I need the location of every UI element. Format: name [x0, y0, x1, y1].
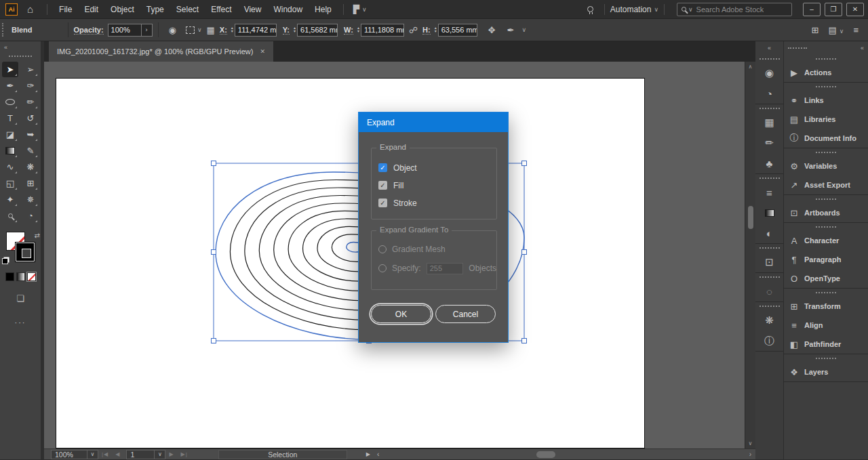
checkbox-row-stroke[interactable]: ✓Stroke — [372, 194, 496, 211]
rotate-tool[interactable]: ↺ — [22, 110, 39, 126]
w-field[interactable]: 111,1808 mm — [361, 24, 404, 37]
menu-item-help[interactable]: Help — [309, 5, 338, 14]
workspace-switcher[interactable]: Automation ∨ — [610, 5, 658, 14]
restore-button[interactable]: ❐ — [825, 3, 842, 16]
minimize-button[interactable]: – — [803, 3, 821, 16]
w-stepper[interactable]: ▴▾ — [357, 26, 359, 33]
chevron-down-icon[interactable]: ∨ — [362, 6, 367, 13]
panel-tab-layers[interactable]: ❖Layers — [784, 362, 868, 381]
search-input[interactable]: ∨ Search Adobe Stock — [677, 3, 792, 16]
checkbox-row-fill[interactable]: ✓Fill — [372, 177, 496, 194]
vertical-scrollbar[interactable]: ∧ ∨ — [745, 62, 755, 448]
horizontal-scroll-thumb[interactable] — [536, 451, 555, 458]
arrange-documents-icon[interactable]: ▛ — [353, 5, 359, 14]
checkbox-stroke[interactable]: ✓ — [378, 198, 387, 207]
panel-tab-opentype[interactable]: OOpenType — [784, 269, 868, 288]
opacity-field[interactable]: 100% — [108, 24, 142, 37]
drag-handle[interactable] — [816, 198, 836, 201]
status-play-icon[interactable]: ▶ — [366, 451, 370, 457]
draw-mode-icon[interactable]: ❏ — [16, 293, 24, 304]
chevron-down-icon[interactable]: ∨ — [522, 26, 527, 33]
constrain-proportions-icon[interactable]: ☍ — [409, 25, 418, 35]
gradient-icon[interactable] — [755, 203, 783, 223]
discover-lightbulb-icon[interactable] — [587, 6, 593, 12]
zoom-tool[interactable] — [2, 208, 18, 224]
chevron-down-icon[interactable]: ∨ — [197, 26, 202, 33]
opacity-dropdown-arrow[interactable]: › — [142, 24, 153, 37]
graph-tool[interactable]: ◔ — [22, 208, 39, 224]
stroke-icon[interactable]: ≡ — [755, 182, 783, 203]
drag-handle[interactable] — [816, 226, 836, 228]
document-tab[interactable]: IMG_20201009_161732.jpg* @ 100% (RGB/GPU… — [49, 41, 273, 62]
type-tool[interactable]: T — [2, 110, 18, 126]
scroll-right-icon[interactable]: › — [749, 451, 751, 458]
edit-toolbar-ellipsis[interactable]: ··· — [15, 318, 26, 327]
selection-tool[interactable]: ➤ — [2, 62, 18, 77]
transform-box-icon[interactable] — [186, 26, 195, 34]
brushes-icon[interactable]: ✏ — [755, 133, 783, 153]
scroll-left-icon[interactable]: ‹ — [377, 451, 379, 458]
artboard-number-field[interactable]: 1 — [126, 450, 155, 459]
drag-handle[interactable] — [760, 276, 780, 278]
grid-snap-icon[interactable]: ⊞ — [812, 25, 819, 35]
selection-handle[interactable] — [212, 250, 216, 255]
color-icon[interactable]: ◉ — [755, 63, 783, 83]
home-icon[interactable]: ⌂ — [27, 3, 33, 15]
menu-item-file[interactable]: File — [53, 5, 78, 14]
scroll-up-icon[interactable]: ∧ — [745, 64, 755, 70]
curvature-tool[interactable]: ✑ — [22, 78, 39, 93]
drag-handle[interactable] — [816, 358, 836, 360]
menu-list-icon[interactable]: ≡ — [853, 25, 859, 35]
reference-point-icon[interactable]: ▦ — [207, 25, 215, 35]
shape-builder-tool[interactable]: ◱ — [2, 175, 18, 191]
panel-tab-asset-export[interactable]: ↗Asset Export — [784, 175, 868, 194]
panel-tab-paragraph[interactable]: ¶Paragraph — [784, 250, 868, 269]
panel-tab-actions[interactable]: ▶Actions — [784, 63, 868, 82]
y-field[interactable]: 61,5682 mm — [297, 24, 338, 37]
appearance-icon[interactable]: ◌ — [755, 281, 783, 301]
selection-handle[interactable] — [522, 339, 527, 343]
y-stepper[interactable]: ▴▾ — [294, 26, 296, 33]
warp-tool[interactable]: ∿ — [2, 159, 18, 175]
h-stepper[interactable]: ▴▾ — [435, 26, 437, 33]
opacity-label[interactable]: Opacity: — [74, 26, 104, 35]
drag-handle[interactable] — [760, 58, 780, 60]
checkbox-row-object[interactable]: ✓Object — [372, 159, 496, 176]
radio-icon[interactable] — [378, 264, 387, 272]
panel-tab-variables[interactable]: ⚙Variables — [784, 156, 868, 175]
drag-handle[interactable] — [816, 86, 836, 88]
direct-selection-tool[interactable]: ➢ — [22, 62, 39, 77]
transparency-icon[interactable]: ◐ — [755, 223, 783, 243]
y-label[interactable]: Y: — [283, 26, 290, 35]
panel-tab-artboards[interactable]: ⊡Artboards — [784, 203, 868, 222]
gradient-tool[interactable] — [2, 143, 18, 159]
selection-handle[interactable] — [212, 339, 216, 343]
drag-handle[interactable] — [760, 247, 780, 249]
panel-tab-pathfinder[interactable]: ◧Pathfinder — [784, 335, 868, 354]
collapse-toolbar-icon[interactable]: « — [4, 44, 7, 54]
symbol-sprayer-tool[interactable]: ✵ — [22, 192, 39, 207]
status-display[interactable]: Selection — [218, 450, 347, 459]
w-label[interactable]: W: — [344, 26, 353, 35]
color-button[interactable] — [5, 272, 14, 281]
panel-tab-links[interactable]: ⚭Links — [784, 91, 868, 110]
cancel-button[interactable]: Cancel — [435, 305, 496, 323]
swap-fill-stroke-icon[interactable]: ⇄ — [35, 232, 40, 239]
close-button[interactable]: ✕ — [846, 3, 864, 16]
ellipse-tool[interactable] — [2, 94, 18, 110]
specify-input[interactable]: 255 — [427, 263, 464, 274]
panel-tab-document-info[interactable]: ⓘDocument Info — [784, 129, 868, 148]
info-icon[interactable]: ⓘ — [755, 331, 783, 351]
recolor-artwork-icon[interactable]: ◉ — [169, 25, 176, 35]
menu-item-select[interactable]: Select — [170, 5, 205, 14]
drag-handle[interactable] — [816, 58, 836, 60]
artboard-dropdown-icon[interactable]: ∨ — [155, 450, 165, 459]
panel-dock-icon[interactable]: ▤∨ — [829, 25, 844, 35]
vertical-scroll-thumb[interactable] — [748, 206, 753, 229]
eyedropper-tool[interactable]: ✎ — [22, 143, 39, 159]
panel-tab-character[interactable]: ACharacter — [784, 231, 868, 250]
canvas-viewport[interactable]: Expand Expand ✓Object✓Fill✓Stroke Expand… — [44, 62, 745, 448]
drag-handle[interactable] — [9, 56, 32, 58]
h-field[interactable]: 63,556 mm — [438, 24, 477, 37]
next-artboard-icon[interactable]: ▶ — [169, 451, 174, 457]
